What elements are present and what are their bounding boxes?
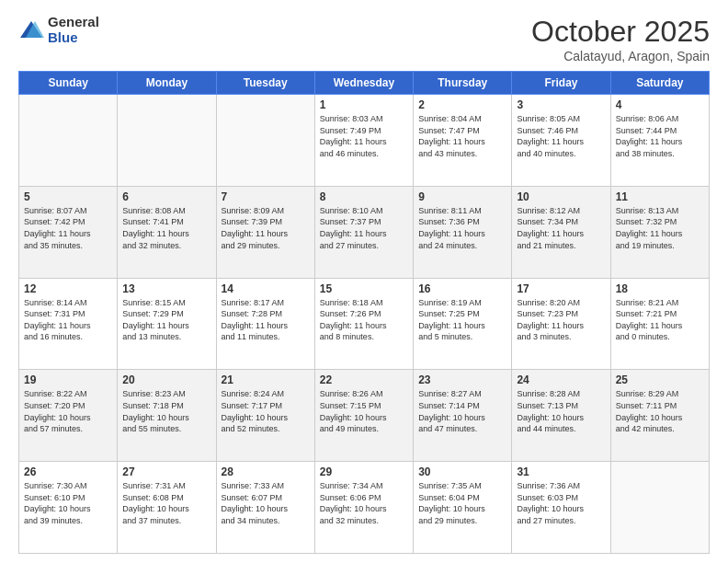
calendar-body: 1Sunrise: 8:03 AM Sunset: 7:49 PM Daylig… <box>19 95 710 554</box>
day-number: 4 <box>616 98 704 111</box>
day-info: Sunrise: 8:07 AM Sunset: 7:42 PM Dayligh… <box>24 205 112 251</box>
day-info: Sunrise: 8:18 AM Sunset: 7:26 PM Dayligh… <box>320 297 408 343</box>
day-number: 7 <box>222 190 310 203</box>
day-info: Sunrise: 8:24 AM Sunset: 7:17 PM Dayligh… <box>222 388 310 434</box>
day-info: Sunrise: 8:15 AM Sunset: 7:29 PM Dayligh… <box>122 297 210 343</box>
day-number: 15 <box>320 282 408 295</box>
day-info: Sunrise: 8:29 AM Sunset: 7:11 PM Dayligh… <box>616 388 704 434</box>
calendar-cell: 7Sunrise: 8:09 AM Sunset: 7:39 PM Daylig… <box>216 186 314 278</box>
calendar-cell: 17Sunrise: 8:20 AM Sunset: 7:23 PM Dayli… <box>512 278 610 370</box>
day-info: Sunrise: 8:10 AM Sunset: 7:37 PM Dayligh… <box>320 205 408 251</box>
calendar-cell: 19Sunrise: 8:22 AM Sunset: 7:20 PM Dayli… <box>19 370 118 462</box>
title-block: October 2025 Calatayud, Aragon, Spain <box>531 15 710 63</box>
day-number: 2 <box>418 98 506 111</box>
day-info: Sunrise: 8:17 AM Sunset: 7:28 PM Dayligh… <box>222 297 310 343</box>
calendar-cell: 9Sunrise: 8:11 AM Sunset: 7:36 PM Daylig… <box>414 186 512 278</box>
calendar-week-row: 19Sunrise: 8:22 AM Sunset: 7:20 PM Dayli… <box>19 370 710 462</box>
day-number: 14 <box>222 282 310 295</box>
calendar-cell <box>610 462 709 554</box>
day-info: Sunrise: 8:28 AM Sunset: 7:13 PM Dayligh… <box>517 388 605 434</box>
day-info: Sunrise: 8:22 AM Sunset: 7:20 PM Dayligh… <box>24 388 112 434</box>
calendar-cell: 10Sunrise: 8:12 AM Sunset: 7:34 PM Dayli… <box>512 186 610 278</box>
weekday-header: Wednesday <box>314 72 413 95</box>
calendar-cell: 28Sunrise: 7:33 AM Sunset: 6:07 PM Dayli… <box>216 462 314 554</box>
calendar-cell: 27Sunrise: 7:31 AM Sunset: 6:08 PM Dayli… <box>118 462 216 554</box>
day-info: Sunrise: 8:11 AM Sunset: 7:36 PM Dayligh… <box>418 205 506 251</box>
day-info: Sunrise: 7:30 AM Sunset: 6:10 PM Dayligh… <box>24 480 112 526</box>
calendar-cell: 30Sunrise: 7:35 AM Sunset: 6:04 PM Dayli… <box>414 462 512 554</box>
calendar-cell: 24Sunrise: 8:28 AM Sunset: 7:13 PM Dayli… <box>512 370 610 462</box>
calendar-cell <box>216 95 314 187</box>
day-number: 11 <box>616 190 704 203</box>
day-number: 5 <box>24 190 112 203</box>
day-info: Sunrise: 8:26 AM Sunset: 7:15 PM Dayligh… <box>320 388 408 434</box>
day-info: Sunrise: 8:09 AM Sunset: 7:39 PM Dayligh… <box>222 205 310 251</box>
calendar-cell: 11Sunrise: 8:13 AM Sunset: 7:32 PM Dayli… <box>610 186 709 278</box>
day-info: Sunrise: 8:20 AM Sunset: 7:23 PM Dayligh… <box>517 297 605 343</box>
day-number: 13 <box>122 282 210 295</box>
calendar-header: SundayMondayTuesdayWednesdayThursdayFrid… <box>19 72 710 95</box>
day-number: 26 <box>24 465 112 478</box>
day-number: 8 <box>320 190 408 203</box>
calendar-week-row: 5Sunrise: 8:07 AM Sunset: 7:42 PM Daylig… <box>19 186 710 278</box>
calendar-cell <box>19 95 118 187</box>
calendar-cell: 21Sunrise: 8:24 AM Sunset: 7:17 PM Dayli… <box>216 370 314 462</box>
day-number: 20 <box>122 373 210 386</box>
day-number: 31 <box>517 465 605 478</box>
calendar-cell: 1Sunrise: 8:03 AM Sunset: 7:49 PM Daylig… <box>314 95 413 187</box>
weekday-header: Saturday <box>610 72 709 95</box>
weekday-row: SundayMondayTuesdayWednesdayThursdayFrid… <box>19 72 710 95</box>
day-info: Sunrise: 8:08 AM Sunset: 7:41 PM Dayligh… <box>122 205 210 251</box>
calendar: SundayMondayTuesdayWednesdayThursdayFrid… <box>18 71 710 554</box>
day-number: 22 <box>320 373 408 386</box>
page: General Blue October 2025 Calatayud, Ara… <box>0 0 728 563</box>
calendar-cell: 5Sunrise: 8:07 AM Sunset: 7:42 PM Daylig… <box>19 186 118 278</box>
day-number: 10 <box>517 190 605 203</box>
day-info: Sunrise: 8:04 AM Sunset: 7:47 PM Dayligh… <box>418 113 506 159</box>
location: Calatayud, Aragon, Spain <box>531 49 710 63</box>
day-info: Sunrise: 8:23 AM Sunset: 7:18 PM Dayligh… <box>122 388 210 434</box>
weekday-header: Tuesday <box>216 72 314 95</box>
calendar-cell: 31Sunrise: 7:36 AM Sunset: 6:03 PM Dayli… <box>512 462 610 554</box>
day-number: 25 <box>616 373 704 386</box>
weekday-header: Sunday <box>19 72 118 95</box>
day-number: 9 <box>418 190 506 203</box>
logo-text: General Blue <box>48 15 99 45</box>
day-number: 1 <box>320 98 408 111</box>
logo: General Blue <box>18 15 99 45</box>
day-info: Sunrise: 8:03 AM Sunset: 7:49 PM Dayligh… <box>320 113 408 159</box>
calendar-cell: 4Sunrise: 8:06 AM Sunset: 7:44 PM Daylig… <box>610 95 709 187</box>
day-info: Sunrise: 7:36 AM Sunset: 6:03 PM Dayligh… <box>517 480 605 526</box>
calendar-cell <box>118 95 216 187</box>
logo-blue: Blue <box>48 30 99 46</box>
calendar-cell: 2Sunrise: 8:04 AM Sunset: 7:47 PM Daylig… <box>414 95 512 187</box>
day-info: Sunrise: 7:33 AM Sunset: 6:07 PM Dayligh… <box>222 480 310 526</box>
calendar-cell: 22Sunrise: 8:26 AM Sunset: 7:15 PM Dayli… <box>314 370 413 462</box>
calendar-cell: 13Sunrise: 8:15 AM Sunset: 7:29 PM Dayli… <box>118 278 216 370</box>
day-number: 12 <box>24 282 112 295</box>
day-info: Sunrise: 8:12 AM Sunset: 7:34 PM Dayligh… <box>517 205 605 251</box>
day-number: 24 <box>517 373 605 386</box>
day-number: 23 <box>418 373 506 386</box>
day-info: Sunrise: 8:19 AM Sunset: 7:25 PM Dayligh… <box>418 297 506 343</box>
day-info: Sunrise: 8:13 AM Sunset: 7:32 PM Dayligh… <box>616 205 704 251</box>
day-number: 27 <box>122 465 210 478</box>
calendar-cell: 29Sunrise: 7:34 AM Sunset: 6:06 PM Dayli… <box>314 462 413 554</box>
calendar-cell: 3Sunrise: 8:05 AM Sunset: 7:46 PM Daylig… <box>512 95 610 187</box>
day-info: Sunrise: 8:14 AM Sunset: 7:31 PM Dayligh… <box>24 297 112 343</box>
calendar-cell: 23Sunrise: 8:27 AM Sunset: 7:14 PM Dayli… <box>414 370 512 462</box>
calendar-cell: 8Sunrise: 8:10 AM Sunset: 7:37 PM Daylig… <box>314 186 413 278</box>
day-number: 30 <box>418 465 506 478</box>
logo-icon <box>18 17 44 43</box>
day-info: Sunrise: 8:27 AM Sunset: 7:14 PM Dayligh… <box>418 388 506 434</box>
day-number: 18 <box>616 282 704 295</box>
day-info: Sunrise: 8:05 AM Sunset: 7:46 PM Dayligh… <box>517 113 605 159</box>
weekday-header: Friday <box>512 72 610 95</box>
month-title: October 2025 <box>531 15 710 49</box>
calendar-cell: 12Sunrise: 8:14 AM Sunset: 7:31 PM Dayli… <box>19 278 118 370</box>
calendar-cell: 25Sunrise: 8:29 AM Sunset: 7:11 PM Dayli… <box>610 370 709 462</box>
day-number: 6 <box>122 190 210 203</box>
day-number: 21 <box>222 373 310 386</box>
calendar-cell: 6Sunrise: 8:08 AM Sunset: 7:41 PM Daylig… <box>118 186 216 278</box>
day-number: 17 <box>517 282 605 295</box>
